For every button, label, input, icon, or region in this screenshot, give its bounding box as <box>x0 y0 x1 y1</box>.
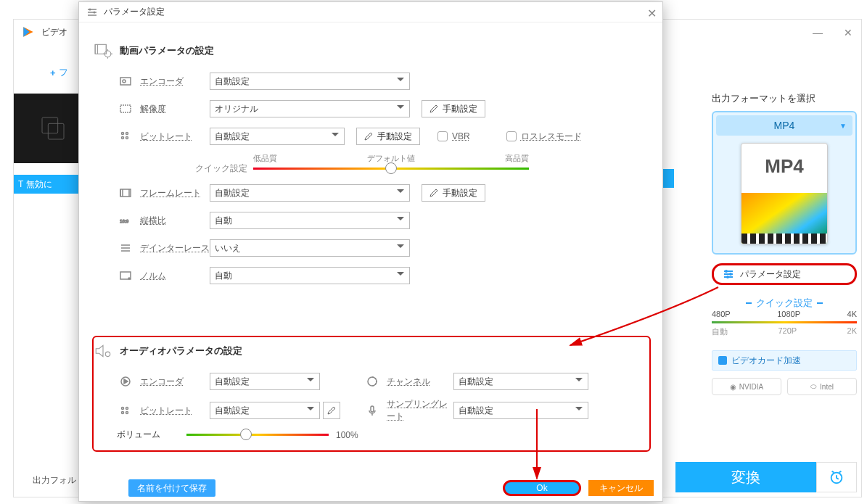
slider-knob[interactable] <box>385 162 397 174</box>
sliders-icon <box>723 268 734 280</box>
svg-point-20 <box>128 278 130 279</box>
parameter-dialog: パラメータ設定 ✕ 動画パラメータの設定 エンコーダ 自動設定 解像度 オリジナ… <box>78 1 663 502</box>
pencil-icon <box>430 104 438 113</box>
pencil-icon <box>364 132 373 141</box>
dialog-titlebar: パラメータ設定 ✕ <box>79 2 662 22</box>
format-name: MP4 <box>774 120 795 131</box>
sliders-icon <box>86 7 98 18</box>
svg-point-14 <box>126 133 128 135</box>
intel-badge: ⬭Intel <box>787 378 857 395</box>
row-encoder: エンコーダ 自動設定 <box>94 70 648 92</box>
row-norm: ノルム 自動 <box>94 265 648 286</box>
bitrate-icon <box>117 131 134 142</box>
row-quick-quality: クイック設定 <box>94 162 648 175</box>
svg-point-6 <box>89 8 91 10</box>
schedule-button[interactable] <box>816 462 857 492</box>
svg-point-2 <box>725 270 728 273</box>
row-aspect: 16:9 縦横比 自動 <box>94 210 648 231</box>
encoder-icon <box>117 75 134 87</box>
add-label: フ <box>59 66 68 79</box>
quick-scale-top: 480P1080P4K <box>712 310 857 318</box>
quick-settings-title: クイック設定 <box>712 297 857 310</box>
row-deinterlace: デインターレース いいえ <box>94 237 648 259</box>
dialog-title: パラメータ設定 <box>104 6 165 18</box>
annotation-audio-highlight <box>92 336 651 452</box>
eye-icon: ◉ <box>730 383 736 391</box>
resolution-icon <box>117 103 134 115</box>
chip-icon <box>718 356 727 365</box>
svg-rect-0 <box>42 117 58 133</box>
pencil-icon <box>430 189 438 197</box>
ok-button[interactable]: Ok <box>503 480 581 496</box>
film-gear-icon <box>94 41 112 60</box>
format-card: MP4 ▼ MP4 <box>712 111 857 255</box>
framerate-select[interactable]: 自動設定 <box>210 184 410 202</box>
bitrate-manual-button[interactable]: 手動設定 <box>356 128 420 145</box>
aspect-select[interactable]: 自動 <box>210 212 410 229</box>
param-btn-label: パラメータ設定 <box>740 268 801 281</box>
svg-point-16 <box>126 137 128 139</box>
format-thumbnail: MP4 <box>741 143 828 244</box>
cancel-button[interactable]: キャンセル <box>588 480 654 496</box>
quick-scale-bottom: 自動720P2K <box>712 326 857 337</box>
quality-slider[interactable] <box>253 168 529 170</box>
svg-text:16:9: 16:9 <box>120 218 129 223</box>
copy-icon <box>38 114 67 143</box>
video-section-header: 動画パラメータの設定 <box>94 41 648 60</box>
parameter-settings-button[interactable]: パラメータ設定 <box>712 263 857 285</box>
save-as-button[interactable]: 名前を付けて保存 <box>128 479 215 497</box>
invalid-label: 無効に <box>26 178 52 191</box>
framerate-icon <box>117 187 134 199</box>
gpu-accel-toggle[interactable]: ビデオカード加速 <box>712 350 857 371</box>
dialog-close-button[interactable]: ✕ <box>647 7 657 20</box>
svg-rect-1 <box>48 123 64 139</box>
video-bitrate-select[interactable]: 自動設定 <box>210 128 345 145</box>
close-button[interactable]: ✕ <box>839 24 857 41</box>
row-bitrate: ビットレート 自動設定 手動設定 VBR ロスレスモード <box>94 125 648 147</box>
text-icon: T <box>18 179 23 189</box>
nvidia-badge: ◉NVIDIA <box>712 378 781 395</box>
chevron-down-icon: ▼ <box>839 122 847 130</box>
plus-icon: + <box>50 67 56 78</box>
deinterlace-icon <box>117 242 134 254</box>
vbr-checkbox[interactable]: VBR <box>437 131 470 141</box>
resolution-select[interactable]: オリジナル <box>210 100 410 117</box>
app-logo-icon <box>21 25 36 39</box>
dialog-footer: 名前を付けて保存 Ok キャンセル <box>79 475 662 501</box>
svg-rect-12 <box>120 105 131 112</box>
quick-quality-slider[interactable] <box>712 321 857 323</box>
row-resolution: 解像度 オリジナル 手動設定 <box>94 98 648 120</box>
svg-point-7 <box>94 11 96 13</box>
norm-icon <box>117 270 134 281</box>
lossless-checkbox[interactable]: ロスレスモード <box>506 131 582 143</box>
svg-point-11 <box>123 80 126 83</box>
output-panel: 出力フォーマットを選択 MP4 ▼ MP4 パラメータ設定 クイック設定 <box>712 92 857 395</box>
resolution-manual-button[interactable]: 手動設定 <box>422 100 485 117</box>
svg-point-15 <box>122 137 124 139</box>
framerate-manual-button[interactable]: 手動設定 <box>422 184 485 202</box>
aspect-icon: 16:9 <box>117 215 134 226</box>
intel-icon: ⬭ <box>810 382 817 391</box>
svg-point-4 <box>726 276 729 278</box>
minimize-button[interactable]: — <box>809 24 826 41</box>
output-folder-label: 出力フォル <box>33 474 76 487</box>
app-title: ビデオ <box>41 26 67 38</box>
format-thumb-label: MP4 <box>741 155 827 178</box>
output-title: 出力フォーマットを選択 <box>712 92 857 105</box>
svg-point-3 <box>729 273 732 276</box>
norm-select[interactable]: 自動 <box>210 267 410 284</box>
row-framerate: フレームレート 自動設定 手動設定 <box>94 182 648 204</box>
alarm-icon <box>829 469 845 485</box>
format-select[interactable]: MP4 ▼ <box>716 115 852 136</box>
convert-button[interactable]: 変換 <box>675 462 816 492</box>
video-encoder-select[interactable]: 自動設定 <box>210 73 410 90</box>
svg-point-13 <box>122 133 124 135</box>
deinterlace-select[interactable]: いいえ <box>210 239 410 257</box>
